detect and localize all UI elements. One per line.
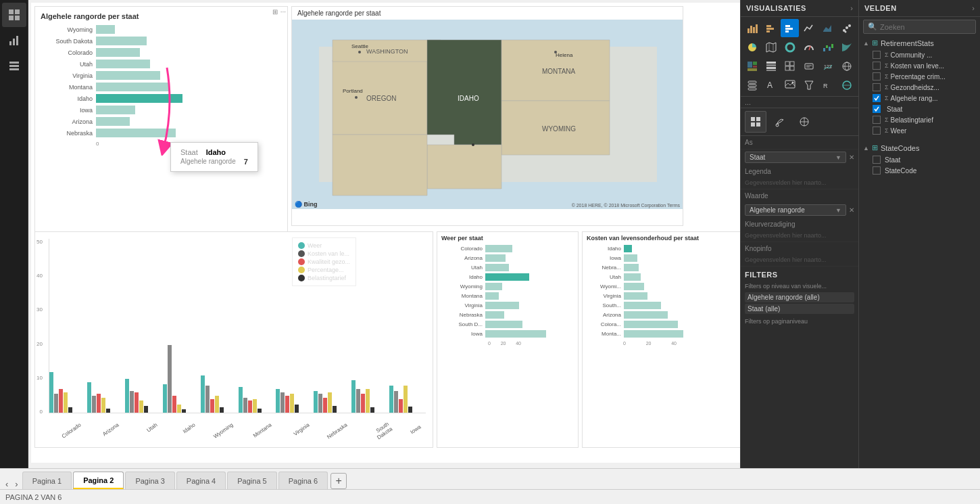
vis-icon-bar-active[interactable] xyxy=(781,19,799,37)
vis-icon-treemap[interactable] xyxy=(743,57,761,75)
field-group-header-retirement[interactable]: ▲ ⊞ RetirementStats xyxy=(859,37,980,49)
sidebar-icon-data[interactable] xyxy=(2,54,26,78)
svg-rect-6 xyxy=(16,36,18,45)
field-label: Staat xyxy=(887,106,902,113)
vis-icon-bar[interactable] xyxy=(743,19,761,37)
list-item[interactable]: Σ Percentage crim... xyxy=(859,71,980,82)
map-chart: Algehele rangorde per staat OREGON xyxy=(291,6,683,226)
staat-dropdown[interactable]: Staat ▼ xyxy=(745,152,846,163)
tab-nav-prev[interactable]: ‹ xyxy=(3,479,11,489)
field-checkbox xyxy=(873,51,881,59)
vis-icon-matrix[interactable] xyxy=(781,57,799,75)
tab-nav-next[interactable]: › xyxy=(12,479,20,489)
list-item[interactable]: Σ Gezondheidsz... xyxy=(859,82,980,93)
bar-chart-1-title: Algehele rangorde per staat xyxy=(41,12,282,20)
search-icon: 🔍 xyxy=(868,22,877,31)
svg-point-18 xyxy=(554,51,557,53)
vis-icon-slicer[interactable] xyxy=(743,76,761,94)
field-label: Staat xyxy=(885,156,900,164)
list-item[interactable]: Staat xyxy=(859,104,980,114)
vis-icon-globe2[interactable] xyxy=(837,76,856,94)
vis-icon-kpi[interactable]: 123 xyxy=(818,57,837,75)
group-label-statecodes: StateCodes xyxy=(881,144,919,152)
svg-rect-50 xyxy=(753,66,757,68)
svg-rect-52 xyxy=(766,62,776,64)
vis-icon-table[interactable] xyxy=(762,57,780,75)
vis-icon-python[interactable]: R xyxy=(818,76,837,94)
table-row: Nebraska xyxy=(441,311,574,319)
tab-pagina-2[interactable]: Pagina 2 xyxy=(73,472,124,489)
vis-panel-expand[interactable]: › xyxy=(850,4,853,12)
svg-rect-1 xyxy=(15,9,20,14)
vis-icon-globe[interactable] xyxy=(837,57,856,75)
vis-icon-card[interactable] xyxy=(800,57,818,75)
table-row[interactable]: Idaho xyxy=(41,94,282,103)
fields-panel-expand[interactable]: › xyxy=(972,4,975,12)
tooltip: Staat Idaho Algehele rangorde 7 xyxy=(170,142,258,172)
sidebar-icon-dashboard[interactable] xyxy=(2,3,26,27)
vis-icon-filter[interactable] xyxy=(800,76,818,94)
weer-chart: Weer per staat Colorado Arizona Utah xyxy=(437,231,579,448)
staat-close-icon[interactable]: ✕ xyxy=(849,154,854,161)
table-row: Arizona xyxy=(41,117,282,126)
vis-icon-text[interactable]: A xyxy=(762,76,780,94)
field-checkbox xyxy=(873,72,881,81)
add-page-button[interactable]: + xyxy=(330,473,347,489)
chart-maximize-icon[interactable]: ⊞ xyxy=(272,8,278,16)
list-item[interactable]: Σ Belastingtarief xyxy=(859,114,980,125)
vis-more-button[interactable]: ... xyxy=(741,97,858,108)
tab-pagina-1[interactable]: Pagina 1 xyxy=(22,472,72,489)
vis-icon-image[interactable] xyxy=(781,76,799,94)
list-item[interactable]: Σ Weer xyxy=(859,125,980,136)
vis-icon-ribbon[interactable] xyxy=(837,38,856,56)
tab-pagina-6[interactable]: Pagina 6 xyxy=(278,472,328,489)
left-sidebar xyxy=(0,0,28,468)
list-item[interactable]: Σ Algehele rang... xyxy=(859,93,980,104)
svg-marker-34 xyxy=(823,25,831,32)
tab-pagina-4[interactable]: Pagina 4 xyxy=(176,472,226,489)
vis-icon-pie[interactable] xyxy=(743,38,761,56)
algehele-close-icon[interactable]: ✕ xyxy=(849,206,854,214)
format-paint-icon[interactable] xyxy=(769,111,791,133)
tab-pagina-3[interactable]: Pagina 3 xyxy=(125,472,174,489)
tooltip-staat-value: Idaho xyxy=(206,148,226,156)
search-box[interactable]: 🔍 xyxy=(863,20,976,34)
filter-algehele[interactable]: Algehele rangorde (alle) xyxy=(745,292,854,302)
vis-icon-scatter[interactable] xyxy=(837,19,856,37)
sidebar-icon-chart[interactable] xyxy=(2,28,26,53)
svg-rect-48 xyxy=(748,62,752,68)
list-item[interactable]: Staat xyxy=(859,154,980,165)
table-row: South... xyxy=(587,302,740,309)
format-analytics-icon[interactable] xyxy=(793,111,815,133)
vis-icon-waterfall[interactable] xyxy=(818,38,837,56)
svg-rect-2 xyxy=(9,16,14,20)
vis-icon-map[interactable] xyxy=(762,38,780,56)
list-item[interactable]: Σ Community ... xyxy=(859,49,980,60)
svg-rect-45 xyxy=(826,45,828,48)
algehele-dropdown[interactable]: Algehele rangorde ▼ xyxy=(745,204,846,216)
field-group-retirement: ▲ ⊞ RetirementStats Σ Community ... xyxy=(859,37,980,136)
vis-icon-bar2[interactable] xyxy=(762,19,780,37)
vis-panel-title: VISUALISATIES xyxy=(746,4,806,12)
list-item[interactable]: Σ Kosten van leve... xyxy=(859,60,980,71)
svg-text:OREGON: OREGON xyxy=(366,95,396,102)
table-row: Montana xyxy=(41,83,282,91)
field-group-header-statecodes[interactable]: ▲ ⊞ StateCodes xyxy=(859,141,980,154)
svg-rect-9 xyxy=(9,68,19,70)
svg-rect-25 xyxy=(750,26,752,33)
list-item[interactable]: StateCode xyxy=(859,165,980,176)
search-input[interactable] xyxy=(880,23,971,31)
svg-rect-55 xyxy=(766,70,776,71)
format-fields-icon[interactable] xyxy=(745,111,766,133)
filter-staat[interactable]: Staat (alle) xyxy=(745,304,854,314)
chart-more-icon[interactable]: ··· xyxy=(280,8,286,16)
vis-icon-donut[interactable] xyxy=(781,38,799,56)
table-row: Idaho xyxy=(441,273,574,281)
svg-rect-77 xyxy=(751,117,755,121)
svg-rect-68 xyxy=(748,85,756,87)
vis-icon-gauge[interactable] xyxy=(800,38,818,56)
fields-panel-title: VELDEN xyxy=(864,4,897,12)
tab-pagina-5[interactable]: Pagina 5 xyxy=(227,472,276,489)
vis-icon-area[interactable] xyxy=(818,19,837,37)
vis-icon-line[interactable] xyxy=(800,19,818,37)
